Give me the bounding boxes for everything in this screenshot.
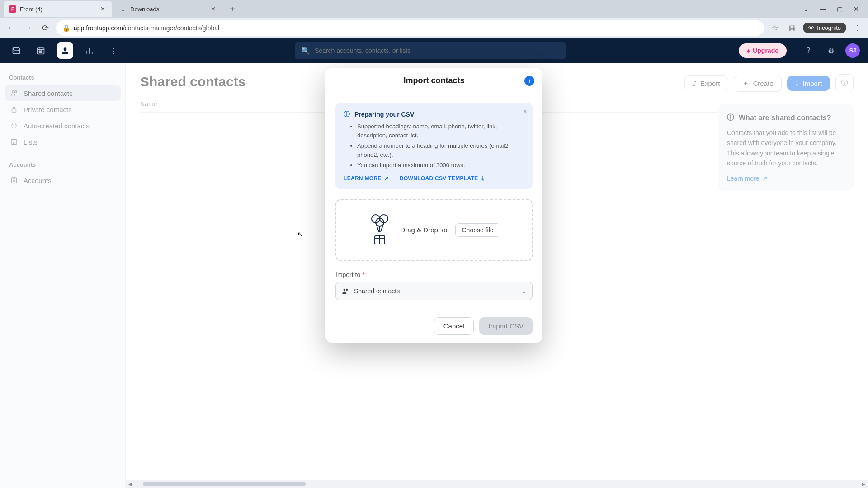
diamond-icon: ♦ xyxy=(747,47,750,54)
label-text: Import to xyxy=(335,271,360,278)
reload-button[interactable]: ⟳ xyxy=(39,22,52,34)
download-icon: ⤓ xyxy=(481,175,485,182)
csv-callout: × ⓘ Preparing your CSV Supported heading… xyxy=(335,103,533,189)
people-icon xyxy=(341,287,349,295)
window-controls: ⌄ — ▢ ✕ xyxy=(803,5,864,13)
close-icon[interactable]: ✕ xyxy=(854,5,859,13)
more-icon[interactable]: ⋮ xyxy=(106,42,122,59)
extensions-icon[interactable]: ▦ xyxy=(786,22,798,34)
url-input[interactable]: 🔒 app.frontapp.com/contacts-manager/cont… xyxy=(56,20,764,36)
address-bar: ← → ⟳ 🔒 app.frontapp.com/contacts-manage… xyxy=(0,18,868,38)
tab-title: Downloads xyxy=(130,6,206,13)
help-icon[interactable]: ? xyxy=(800,42,816,59)
cancel-button[interactable]: Cancel xyxy=(434,317,474,335)
info-icon[interactable]: i xyxy=(524,76,534,86)
scroll-right-icon[interactable]: ▶ xyxy=(859,482,868,487)
search-icon: 🔍 xyxy=(301,47,310,55)
back-button[interactable]: ← xyxy=(5,22,17,34)
modal-header: Import contacts i xyxy=(326,68,542,94)
gear-icon[interactable]: ⚙ xyxy=(823,42,839,59)
search-input[interactable] xyxy=(315,47,560,54)
svg-point-13 xyxy=(346,288,348,291)
modal-body: × ⓘ Preparing your CSV Supported heading… xyxy=(326,94,542,309)
tab-title: Front (4) xyxy=(20,6,95,13)
calendar-icon[interactable]: 31 xyxy=(33,42,49,59)
menu-icon[interactable]: ⋮ xyxy=(851,22,863,34)
lock-icon: 🔒 xyxy=(62,24,70,32)
import-to-select[interactable]: Shared contacts ⌄ xyxy=(335,282,533,300)
learn-more-link[interactable]: LEARN MORE ↗ xyxy=(344,175,389,182)
callout-item: Append a number to a heading for multipl… xyxy=(357,141,524,159)
header-right: ? ⚙ SJ xyxy=(800,42,860,59)
callout-links: LEARN MORE ↗ DOWNLOAD CSV TEMPLATE ⤓ xyxy=(344,175,524,182)
contacts-icon[interactable] xyxy=(57,42,73,59)
scrollbar-thumb[interactable] xyxy=(143,482,306,486)
upgrade-button[interactable]: ♦ Upgrade xyxy=(739,43,787,58)
global-search[interactable]: 🔍 xyxy=(295,42,566,59)
url-path: /contacts-manager/contacts/global xyxy=(123,24,219,32)
modal-title: Import contacts xyxy=(403,76,464,85)
link-label: LEARN MORE xyxy=(344,175,382,182)
close-icon[interactable]: × xyxy=(99,5,107,13)
callout-item: You can import a maximum of 3000 rows. xyxy=(357,161,524,170)
inbox-icon[interactable] xyxy=(8,42,24,59)
import-csv-button[interactable]: Import CSV xyxy=(479,317,533,335)
download-icon: ⭳ xyxy=(119,5,127,13)
incognito-label: Incognito xyxy=(817,24,841,31)
browser-tab-downloads[interactable]: ⭳ Downloads × xyxy=(114,1,222,17)
modal-footer: Cancel Import CSV xyxy=(326,309,542,343)
avatar[interactable]: SJ xyxy=(845,43,860,58)
select-value: Shared contacts xyxy=(354,287,400,295)
link-label: DOWNLOAD CSV TEMPLATE xyxy=(400,175,478,182)
favicon-front: F xyxy=(9,5,16,13)
callout-title: ⓘ Preparing your CSV xyxy=(344,110,524,118)
incognito-icon: 👁 xyxy=(808,24,814,31)
import-to-label: Import to * xyxy=(335,271,533,278)
app-header: 31 ⋮ 🔍 ♦ Upgrade ? ⚙ SJ xyxy=(0,38,868,63)
incognito-badge[interactable]: 👁 Incognito xyxy=(803,23,846,33)
callout-list: Supported headings: name, email, phone, … xyxy=(344,122,524,170)
callout-item: Supported headings: name, email, phone, … xyxy=(357,122,524,140)
forward-button: → xyxy=(22,22,34,34)
required-marker: * xyxy=(362,271,364,278)
browser-tab-front[interactable]: F Front (4) × xyxy=(4,1,112,17)
import-contacts-modal: Import contacts i × ⓘ Preparing your CSV… xyxy=(326,68,542,343)
analytics-icon[interactable] xyxy=(81,42,98,59)
minimize-icon[interactable]: — xyxy=(820,5,826,13)
choose-file-button[interactable]: Choose file xyxy=(455,223,500,237)
download-template-link[interactable]: DOWNLOAD CSV TEMPLATE ⤓ xyxy=(400,175,486,182)
callout-title-text: Preparing your CSV xyxy=(354,111,414,118)
balloons-icon xyxy=(368,213,393,247)
svg-text:31: 31 xyxy=(39,50,42,53)
new-tab-button[interactable]: + xyxy=(224,4,241,14)
browser-chrome: F Front (4) × ⭳ Downloads × + ⌄ — ▢ ✕ ← … xyxy=(0,0,868,38)
upgrade-label: Upgrade xyxy=(753,47,778,54)
chevron-down-icon: ⌄ xyxy=(521,287,527,295)
horizontal-scrollbar[interactable]: ◀ ▶ xyxy=(126,480,868,488)
info-icon: ⓘ xyxy=(344,110,350,118)
tab-bar: F Front (4) × ⭳ Downloads × + ⌄ — ▢ ✕ xyxy=(0,0,868,18)
maximize-icon[interactable]: ▢ xyxy=(837,5,843,13)
dropzone-text: Drag & Drop, or xyxy=(400,226,448,234)
svg-point-12 xyxy=(344,288,346,291)
svg-point-2 xyxy=(64,47,67,51)
close-icon[interactable]: × xyxy=(209,5,217,13)
close-icon[interactable]: × xyxy=(523,108,527,116)
url-domain: app.frontapp.com xyxy=(74,24,123,32)
file-dropzone[interactable]: Drag & Drop, or Choose file xyxy=(335,199,533,261)
chevron-down-icon[interactable]: ⌄ xyxy=(803,5,809,13)
star-icon[interactable]: ☆ xyxy=(769,22,781,34)
external-link-icon: ↗ xyxy=(384,175,389,182)
scroll-left-icon[interactable]: ◀ xyxy=(126,482,135,487)
